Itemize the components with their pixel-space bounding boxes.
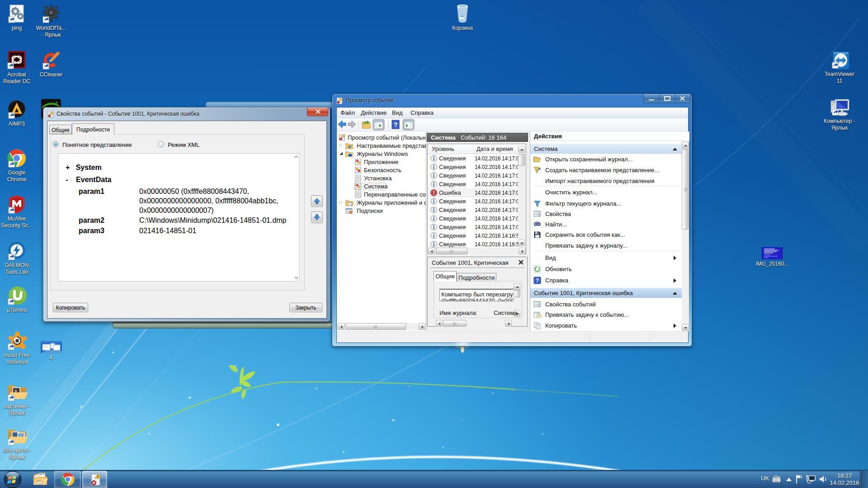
svg-text:?: ? [536,277,539,284]
svg-text:?: ? [393,121,397,128]
